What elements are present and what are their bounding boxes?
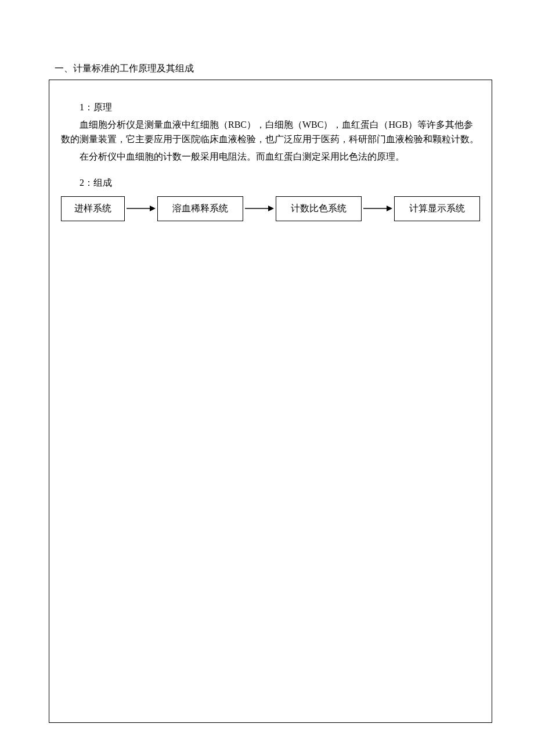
arrow-right-icon: [362, 205, 394, 212]
section-1-paragraph-1: 血细胞分析仪是测量血液中红细胞（RBC），白细胞（WBC），血红蛋白（HGB）等…: [61, 117, 480, 147]
content-frame: 1：原理 血细胞分析仪是测量血液中红细胞（RBC），白细胞（WBC），血红蛋白（…: [49, 80, 492, 723]
flow-box-2: 溶血稀释系统: [157, 196, 243, 221]
flow-box-3: 计数比色系统: [276, 196, 362, 221]
flow-arrow-2: [243, 205, 276, 212]
svg-marker-1: [150, 206, 156, 211]
arrow-right-icon: [125, 205, 157, 212]
section-1-heading: 1：原理: [61, 100, 480, 115]
document-title: 一、计量标准的工作原理及其组成: [49, 63, 492, 75]
section-1-paragraph-2: 在分析仪中血细胞的计数一般采用电阻法。而血红蛋白测定采用比色法的原理。: [61, 149, 480, 164]
flow-box-4: 计算显示系统: [394, 196, 480, 221]
flow-arrow-1: [125, 205, 157, 212]
flow-diagram: 进样系统 溶血稀释系统 计数比色系统 计算显示系统: [61, 196, 480, 221]
flow-arrow-3: [362, 205, 394, 212]
arrow-right-icon: [244, 205, 275, 212]
svg-marker-3: [268, 206, 274, 211]
flow-box-1: 进样系统: [61, 196, 125, 221]
svg-marker-5: [387, 206, 392, 211]
section-2-heading: 2：组成: [61, 175, 480, 190]
